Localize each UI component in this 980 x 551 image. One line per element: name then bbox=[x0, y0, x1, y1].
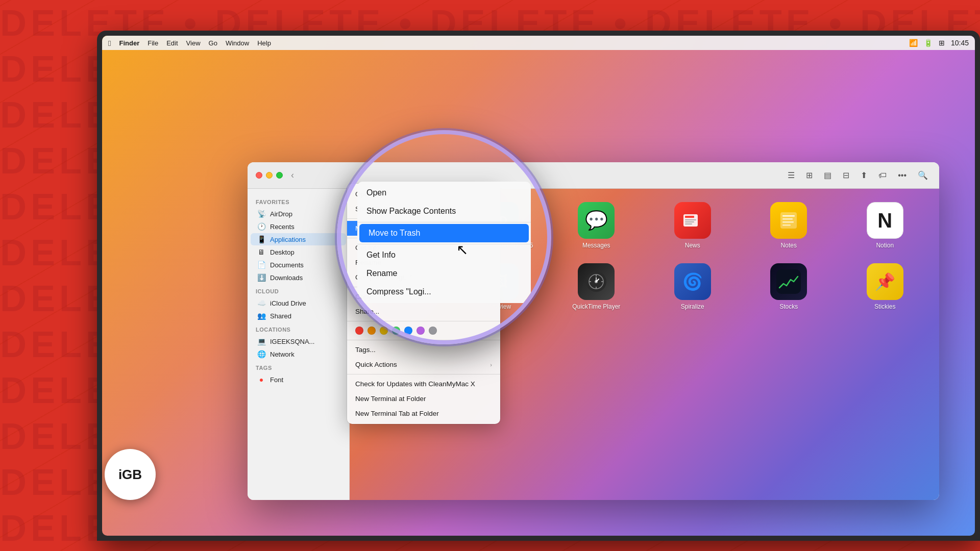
grid-view-btn[interactable]: ⊞ bbox=[803, 168, 816, 182]
svg-rect-2 bbox=[685, 219, 696, 220]
back-button[interactable]: ‹ bbox=[289, 168, 296, 183]
stocks-icon bbox=[770, 263, 807, 300]
minimize-button[interactable] bbox=[266, 172, 273, 179]
mag-ctx-get-info[interactable]: Get Info bbox=[357, 246, 531, 264]
stocks-label: Stocks bbox=[779, 303, 798, 310]
quicktime-icon bbox=[578, 263, 615, 300]
ctx-quick-actions[interactable]: Quick Actions › bbox=[347, 357, 500, 372]
ctx-terminal-tab[interactable]: New Terminal Tab at Folder bbox=[347, 406, 500, 421]
documents-label: Documents bbox=[270, 261, 304, 269]
sidebar-item-airdrop[interactable]: 📡 AirDrop bbox=[251, 208, 346, 220]
app-item-stickies[interactable]: 📌 Stickies bbox=[839, 258, 932, 315]
sidebar-item-documents[interactable]: 📄 Documents bbox=[251, 259, 346, 271]
app-item-spiral[interactable]: 🌀 Spiralize bbox=[647, 258, 739, 315]
sidebar-item-desktop[interactable]: 🖥 Desktop bbox=[251, 246, 346, 258]
quicktime-label: QuickTime Player bbox=[572, 303, 620, 310]
menu-go[interactable]: Go bbox=[209, 39, 217, 47]
recents-icon: 🕐 bbox=[257, 222, 266, 231]
mag-ctx-move-trash[interactable]: Move to Trash bbox=[359, 224, 529, 242]
app-item-notion[interactable]: N Notion bbox=[839, 197, 932, 254]
mag-ctx-open[interactable]: Open bbox=[357, 184, 531, 202]
network-label: Network bbox=[270, 350, 295, 358]
app-item-messages[interactable]: 💬 Messages bbox=[550, 197, 643, 254]
sidebar-item-computer[interactable]: 💻 IGEEKSQNA... bbox=[251, 335, 346, 347]
color-orange[interactable] bbox=[368, 327, 376, 335]
sidebar-item-applications[interactable]: 📱 Applications bbox=[251, 233, 346, 245]
sidebar-item-network[interactable]: 🌐 Network bbox=[251, 348, 346, 360]
svg-rect-5 bbox=[780, 212, 797, 229]
app-item-stocks[interactable]: Stocks bbox=[743, 258, 835, 315]
more-btn[interactable]: ••• bbox=[895, 169, 910, 182]
menubar-right: 📶 🔋 ⊞ 10:45 bbox=[909, 39, 969, 47]
tag-red-icon: ● bbox=[257, 375, 266, 384]
menu-view[interactable]: View bbox=[186, 39, 201, 47]
ctx-cleanmymac[interactable]: Check for Updates with CleanMyMac X bbox=[347, 377, 500, 391]
search-btn[interactable]: 🔍 bbox=[915, 168, 931, 182]
menu-file[interactable]: File bbox=[148, 39, 158, 47]
downloads-icon: ⬇️ bbox=[257, 273, 266, 282]
mag-ctx-show-package[interactable]: Show Package Contents bbox=[357, 202, 531, 220]
app-item-news[interactable]: News bbox=[647, 197, 739, 254]
svg-rect-6 bbox=[782, 215, 795, 217]
magnified-context: Open Show Package Contents Move to Trash… bbox=[341, 134, 547, 340]
downloads-label: Downloads bbox=[270, 274, 303, 282]
mag-ctx-compress[interactable]: Compress "Logi... bbox=[357, 283, 531, 301]
sidebar-item-recents[interactable]: 🕐 Recents bbox=[251, 220, 346, 233]
close-button[interactable] bbox=[256, 172, 262, 179]
stickies-icon: 📌 bbox=[867, 263, 903, 300]
maximize-button[interactable] bbox=[276, 172, 283, 179]
wifi-icon[interactable]: 📶 bbox=[909, 39, 918, 47]
menu-finder[interactable]: Finder bbox=[119, 39, 139, 47]
traffic-lights bbox=[256, 172, 283, 179]
menu-help[interactable]: Help bbox=[257, 39, 271, 47]
tags-section-title: Tags bbox=[248, 361, 349, 373]
color-red[interactable] bbox=[355, 327, 363, 335]
menu-window[interactable]: Window bbox=[226, 39, 249, 47]
laptop-frame:  Finder File Edit View Go Window Help 📶… bbox=[97, 31, 980, 541]
svg-rect-1 bbox=[685, 216, 694, 218]
cover-flow-btn[interactable]: ▤ bbox=[821, 168, 835, 182]
tag-font-label: Font bbox=[270, 376, 283, 384]
sidebar-item-shared[interactable]: 👥 Shared bbox=[251, 310, 346, 322]
messages-icon: 💬 bbox=[578, 202, 615, 239]
tag-btn[interactable]: 🏷 bbox=[875, 169, 890, 182]
mag-sep-2 bbox=[357, 244, 531, 244]
svg-rect-3 bbox=[685, 221, 694, 222]
svg-rect-7 bbox=[782, 218, 793, 220]
finder-toolbar: ☰ ⊞ ▤ ⊟ ⬆ 🏷 ••• 🔍 bbox=[785, 168, 931, 182]
laptop-screen:  Finder File Edit View Go Window Help 📶… bbox=[102, 36, 975, 536]
ctx-terminal-folder[interactable]: New Terminal at Folder bbox=[347, 391, 500, 406]
notion-icon: N bbox=[867, 202, 903, 239]
icloud-section-title: iCloud bbox=[248, 284, 349, 296]
clock-icon: 10:45 bbox=[951, 39, 969, 47]
app-item-notes[interactable]: Notes bbox=[743, 197, 835, 254]
messages-label: Messages bbox=[582, 242, 610, 249]
notes-label: Notes bbox=[781, 242, 797, 249]
apple-logo-icon[interactable]:  bbox=[108, 39, 111, 47]
finder-sidebar: Favorites 📡 AirDrop 🕐 Recents 📱 Applicat… bbox=[248, 189, 350, 500]
mag-ctx-rename[interactable]: Rename bbox=[357, 264, 531, 283]
sidebar-item-downloads[interactable]: ⬇️ Downloads bbox=[251, 271, 346, 284]
desktop-icon: 🖥 bbox=[257, 248, 266, 256]
documents-icon: 📄 bbox=[257, 261, 266, 269]
locations-section-title: Locations bbox=[248, 322, 349, 335]
ctx-sep-6 bbox=[347, 374, 500, 374]
shared-label: Shared bbox=[270, 312, 291, 320]
battery-icon[interactable]: 🔋 bbox=[924, 39, 933, 47]
sidebar-item-icloud-drive[interactable]: ☁️ iCloud Drive bbox=[251, 297, 346, 309]
list-view-btn[interactable]: ☰ bbox=[785, 168, 798, 182]
group-btn[interactable]: ⊟ bbox=[840, 168, 852, 182]
network-icon: 🌐 bbox=[257, 350, 266, 358]
computer-icon: 💻 bbox=[257, 337, 266, 345]
news-label: News bbox=[685, 242, 700, 249]
menu-edit[interactable]: Edit bbox=[166, 39, 178, 47]
ctx-tags[interactable]: Tags... bbox=[347, 342, 500, 357]
quick-actions-label: Quick Actions bbox=[355, 361, 397, 368]
spiral-label: Spiralize bbox=[681, 303, 704, 310]
computer-label: IGEEKSQNA... bbox=[270, 338, 314, 345]
svg-rect-9 bbox=[782, 224, 791, 226]
control-center-icon[interactable]: ⊞ bbox=[939, 39, 945, 47]
app-item-quicktime[interactable]: QuickTime Player bbox=[550, 258, 643, 315]
share-btn[interactable]: ⬆ bbox=[857, 168, 870, 182]
sidebar-item-tag-font[interactable]: ● Font bbox=[251, 373, 346, 386]
